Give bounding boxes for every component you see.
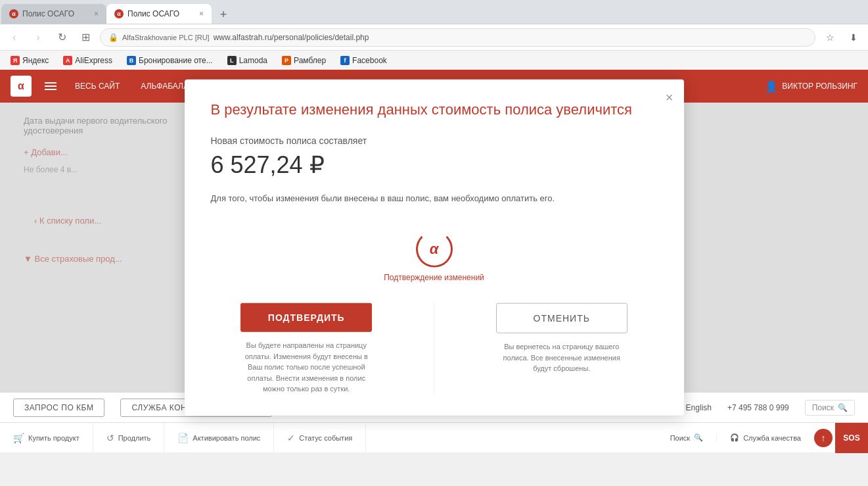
activate-label: Активировать полис [193,434,260,442]
bookmark-favicon-yandex: Я [11,56,20,65]
spinner-label: Подтверждение изменений [384,273,484,282]
sos-button[interactable]: SOS [835,423,868,453]
website: α ВЕСЬ САЙТ АЛЬФАБАЛЛЫ ПОЛИСЫ СТАТУС СТР… [0,70,868,452]
bookmark-rambler[interactable]: Р Рамблер [277,55,331,66]
lock-icon: 🔒 [108,33,118,42]
bookmark-label-bronirovaniye: Бронирование оте... [139,56,213,65]
renew-icon: ↺ [106,433,114,443]
tab-close-2[interactable]: × [199,9,204,18]
bookmark-favicon-lamoda: L [227,56,237,65]
back-nav-button[interactable]: ‹ [5,28,24,47]
tab-inactive-1[interactable]: α Полис ОСАГО × [1,4,106,24]
bookmark-favicon-bronirovaniye: B [127,56,136,65]
activate-icon: 📄 [177,433,189,443]
bookmark-label-lamoda: Lamoda [239,56,267,65]
action-search[interactable]: Поиск 🔍 [657,433,716,442]
renew-label: Продлить [118,434,151,442]
star-button[interactable]: ☆ [821,28,839,47]
tab-favicon-2: α [114,9,124,18]
new-tab-button[interactable]: + [214,5,233,24]
action-quality-service[interactable]: 🎧 Служба качества [716,433,814,442]
buy-label: Купить продукт [28,434,80,442]
user-icon: 👤 [765,80,778,93]
buy-icon: 🛒 [13,433,24,443]
tab-label-2: Полис ОСАГО [127,9,179,18]
cancel-action-col: ОТМЕНИТЬ Вы вернетесь на страницу вашего… [466,303,658,374]
modal-dialog: × В результате изменения данных стоимост… [185,80,684,416]
bookmark-favicon-rambler: Р [282,56,291,65]
action-bar: 🛒 Купить продукт ↺ Продлить 📄 Активирова… [0,422,868,452]
site-name: AlfaStrakhovanie PLC [RU] [122,34,210,41]
modal-price: 6 527,24 ₽ [211,151,658,178]
bookmarks-bar: Я Яндекс A AliExpress B Бронирование оте… [0,50,868,70]
modal-spinner-area: α Подтверждение изменений [211,220,658,293]
modal-actions: ПОДТВЕРДИТЬ Вы будете направлены на стра… [211,303,658,400]
user-name: ВИКТОР РОЛЬЗИНГ [782,82,857,91]
bookmark-favicon-facebook: f [340,56,350,65]
action-search-label: Поиск [670,434,690,442]
search-icon[interactable]: 🔍 [838,403,848,412]
action-renew[interactable]: ↺ Продлить [93,423,165,452]
cancel-description: Вы вернетесь на страницу вашего полиса. … [496,341,628,374]
status-label: Статус события [299,434,352,442]
upload-action[interactable]: ↑ [814,429,833,447]
bookmark-yandex[interactable]: Я Яндекс [5,55,54,66]
alfa-spinner: α [416,231,453,268]
nav-item-ves-site[interactable]: ВЕСЬ САЙТ [70,79,125,93]
confirm-button[interactable]: ПОДТВЕРДИТЬ [240,303,372,332]
bookmark-facebook[interactable]: f Facebook [335,55,392,66]
browser-chrome: α Полис ОСАГО × α Полис ОСАГО × + ‹ › ↻ … [0,0,868,70]
address-input[interactable]: 🔒 AlfaStrakhovanie PLC [RU] www.alfastra… [100,28,815,47]
site-logo[interactable]: α [11,76,32,97]
bookmark-aliexpress[interactable]: A AliExpress [58,55,118,66]
quality-label: Служба качества [743,434,801,442]
tab-label-1: Полис ОСАГО [22,9,74,18]
download-button[interactable]: ⬇ [844,28,863,47]
bookmark-label-aliexpress: AliExpress [75,56,112,65]
bookmark-label-facebook: Facebook [352,56,387,65]
tab-bar: α Полис ОСАГО × α Полис ОСАГО × + [0,0,868,24]
action-search-icon[interactable]: 🔍 [694,433,703,442]
bookmark-label-yandex: Яндекс [22,56,49,65]
action-buy[interactable]: 🛒 Купить продукт [0,423,93,452]
address-bar-row: ‹ › ↻ ⊞ 🔒 AlfaStrakhovanie PLC [RU] www.… [0,24,868,50]
hamburger-menu[interactable] [42,80,59,93]
forward-nav-button[interactable]: › [29,28,47,47]
cancel-button[interactable]: ОТМЕНИТЬ [496,303,628,333]
modal-close-button[interactable]: × [666,90,674,105]
bookmark-label-rambler: Рамблер [294,56,326,65]
footer-search-text: Поиск [812,403,834,412]
tab-favicon-1: α [9,9,18,18]
action-activate[interactable]: 📄 Активировать полис [164,423,274,452]
modal-body: В результате изменения данных стоимость … [185,80,684,416]
tab-close-1[interactable]: × [94,9,99,18]
page-background: Дата выдачи первого водительского удосто… [0,103,868,392]
kbm-request-button[interactable]: ЗАПРОС ПО КБМ [13,399,104,417]
modal-description: Для того, чтобы изменения были внесены в… [211,191,658,205]
footer-search[interactable]: Поиск 🔍 [805,400,855,416]
action-status[interactable]: ✓ Статус события [274,423,366,452]
home-button[interactable]: ⊞ [76,28,95,47]
address-text: www.alfastrah.ru/personal/policies/detai… [214,33,369,42]
reload-button[interactable]: ↻ [53,28,71,47]
modal-subtitle: Новая стоимость полиса составляет [211,135,658,145]
bookmark-bronirovaniye[interactable]: B Бронирование оте... [122,55,218,66]
bookmark-lamoda[interactable]: L Lamoda [222,55,273,66]
headset-icon: 🎧 [730,433,739,442]
confirm-description: Вы будете направлены на страницу оплаты.… [240,340,372,395]
phone-number: +7 495 788 0 999 [727,403,789,412]
tab-active-2[interactable]: α Полис ОСАГО × [106,4,212,24]
status-icon: ✓ [287,433,295,443]
bookmark-favicon-aliexpress: A [63,56,72,65]
modal-title: В результате изменения данных стоимость … [211,101,658,120]
confirm-action-col: ПОДТВЕРДИТЬ Вы будете направлены на стра… [211,303,403,395]
modal-vertical-divider [434,303,434,395]
nav-user[interactable]: 👤 ВИКТОР РОЛЬЗИНГ [765,80,857,93]
